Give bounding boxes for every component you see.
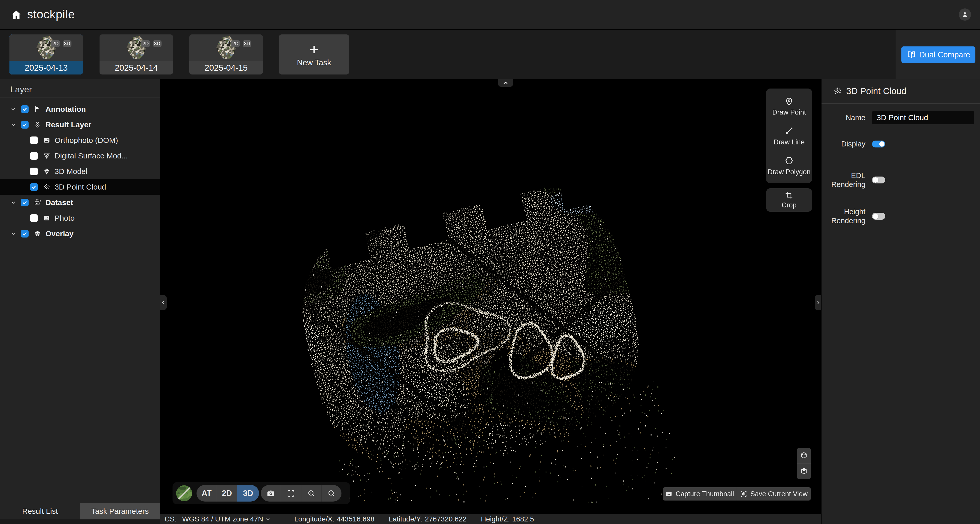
- badge-2d[interactable]: 2D: [141, 40, 150, 47]
- draw-polygon-button[interactable]: Draw Polygon: [766, 151, 812, 181]
- cs-value[interactable]: WGS 84 / UTM zone 47N: [182, 515, 263, 523]
- layer-item-3d-model[interactable]: 3D Model: [0, 164, 160, 179]
- medal-icon: [34, 121, 41, 129]
- cube-view-button[interactable]: [797, 448, 811, 464]
- task-thumbnail: 2D 3D: [100, 35, 173, 61]
- chevron-down-icon[interactable]: [10, 106, 21, 112]
- badge-3d[interactable]: 3D: [63, 40, 72, 47]
- chevron-right-icon: [815, 300, 821, 306]
- crop-label: Crop: [782, 201, 797, 209]
- chevron-down-icon[interactable]: [10, 230, 21, 237]
- screenshot-button[interactable]: [261, 485, 281, 502]
- task-thumbnail: 2D 3D: [10, 35, 83, 61]
- name-row: Name: [827, 111, 974, 124]
- mode-2d-button[interactable]: 2D: [217, 485, 237, 502]
- app-window: stockpile 2D 3D 2025-04-13 2D: [0, 0, 980, 524]
- task-date: 2025-04-14: [100, 61, 173, 75]
- checkbox-unchecked[interactable]: [30, 137, 38, 144]
- strip-right-section: Dual Compare: [896, 30, 980, 79]
- dsm-icon: [43, 152, 51, 160]
- view-actions-bar: Capture Thumbnail Save Current View: [663, 487, 811, 500]
- dual-compare-label: Dual Compare: [919, 50, 970, 59]
- cube-clip-button[interactable]: [797, 464, 811, 480]
- collapse-left-panel-button[interactable]: [160, 295, 167, 310]
- layer-item-label: Overlay: [45, 229, 73, 238]
- task-thumbnail-image: [27, 35, 65, 60]
- layer-item-result-layer[interactable]: Result Layer: [0, 117, 160, 132]
- layer-item-overlay[interactable]: Overlay: [0, 226, 160, 241]
- checkbox-unchecked[interactable]: [30, 214, 38, 222]
- layer-item-3d-point-cloud[interactable]: 3D Point Cloud: [0, 179, 160, 195]
- checkbox-unchecked[interactable]: [30, 152, 38, 160]
- model-icon: [43, 168, 51, 175]
- checkbox-unchecked[interactable]: [30, 168, 38, 175]
- home-button[interactable]: [10, 8, 23, 21]
- photo-icon: [43, 214, 51, 222]
- layer-item-orthophoto[interactable]: Orthophoto (DOM): [0, 132, 160, 148]
- layer-item-photo[interactable]: Photo: [0, 210, 160, 226]
- checkbox-checked[interactable]: [21, 199, 29, 206]
- chevron-down-icon[interactable]: [265, 516, 271, 522]
- collapse-task-strip-button[interactable]: [498, 79, 513, 87]
- layer-item-label: 3D Model: [55, 167, 87, 176]
- task-card-2025-04-13[interactable]: 2D 3D 2025-04-13: [10, 35, 83, 75]
- checkbox-checked[interactable]: [30, 183, 38, 191]
- badge-3d[interactable]: 3D: [153, 40, 162, 47]
- draw-line-button[interactable]: Draw Line: [766, 121, 812, 151]
- task-card-2025-04-15[interactable]: 2D 3D 2025-04-15: [189, 35, 263, 75]
- point-cloud-canvas[interactable]: [160, 79, 821, 514]
- collapse-right-panel-button[interactable]: [815, 295, 821, 310]
- height-row: Height Rendering: [827, 207, 885, 225]
- mode-3d-button[interactable]: 3D: [237, 485, 259, 502]
- dual-compare-button[interactable]: Dual Compare: [901, 46, 975, 63]
- chevron-left-icon: [160, 300, 166, 306]
- badge-2d[interactable]: 2D: [51, 40, 60, 47]
- user-avatar-button[interactable]: [959, 8, 971, 21]
- chevron-down-icon[interactable]: [10, 122, 21, 128]
- chevron-down-icon[interactable]: [10, 200, 21, 206]
- height-value: 1682.5: [512, 515, 534, 523]
- new-task-button[interactable]: + New Task: [279, 35, 349, 75]
- properties-panel: 3D Point Cloud Name Display EDL Renderin…: [821, 79, 980, 524]
- height-rendering-toggle[interactable]: [872, 213, 885, 220]
- line-icon: [784, 126, 794, 136]
- zoom-in-button[interactable]: [301, 485, 321, 502]
- zoom-out-button[interactable]: [321, 485, 342, 502]
- height-rendering-label: Height Rendering: [827, 207, 865, 225]
- layer-item-annotation[interactable]: Annotation: [0, 101, 160, 117]
- name-input[interactable]: [872, 111, 974, 124]
- name-label: Name: [827, 113, 865, 122]
- edl-row: EDL Rendering: [827, 171, 885, 189]
- save-current-view-button[interactable]: Save Current View: [737, 487, 811, 500]
- display-row: Display: [827, 140, 885, 148]
- edl-rendering-toggle[interactable]: [872, 176, 885, 183]
- capture-thumbnail-button[interactable]: Capture Thumbnail: [663, 487, 737, 500]
- draw-polygon-label: Draw Polygon: [768, 168, 811, 176]
- viewport-3d: Draw Point Draw Line Draw Polygon Crop: [160, 79, 821, 514]
- badge-3d[interactable]: 3D: [243, 40, 251, 47]
- frame-corners-icon: [286, 489, 295, 498]
- tab-task-parameters[interactable]: Task Parameters: [80, 503, 160, 519]
- display-toggle[interactable]: [872, 141, 885, 148]
- task-card-2025-04-14[interactable]: 2D 3D 2025-04-14: [100, 35, 173, 75]
- checkbox-checked[interactable]: [21, 105, 29, 113]
- task-thumbnail-image: [207, 35, 245, 60]
- mode-at-button[interactable]: AT: [197, 485, 217, 502]
- badge-2d[interactable]: 2D: [231, 40, 240, 47]
- layer-item-dsm[interactable]: Digital Surface Mod...: [0, 148, 160, 164]
- layer-item-label: Annotation: [45, 105, 86, 114]
- layer-item-label: Result Layer: [45, 121, 91, 129]
- properties-title: 3D Point Cloud: [846, 86, 906, 96]
- user-icon: [961, 11, 969, 18]
- task-thumbnail: 2D 3D: [189, 35, 263, 61]
- checkbox-checked[interactable]: [21, 230, 29, 238]
- save-current-view-label: Save Current View: [750, 490, 808, 498]
- fit-view-button[interactable]: [281, 485, 301, 502]
- checkbox-checked[interactable]: [21, 121, 29, 129]
- tab-result-list[interactable]: Result List: [0, 503, 80, 519]
- crop-button[interactable]: Crop: [766, 188, 812, 212]
- basemap-thumbnail-button[interactable]: [176, 485, 192, 501]
- draw-point-button[interactable]: Draw Point: [766, 91, 812, 121]
- layer-item-dataset[interactable]: Dataset: [0, 195, 160, 210]
- display-label: Display: [827, 140, 865, 148]
